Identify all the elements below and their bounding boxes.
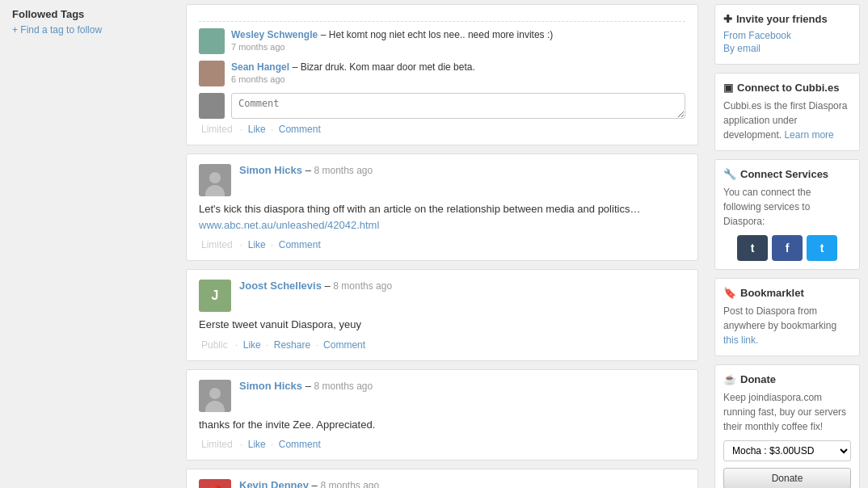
invite-facebook-link[interactable]: From Facebook [723,30,851,41]
facebook-button[interactable]: f [772,235,803,261]
connect-services-text: You can connect the following services t… [723,185,851,229]
comment-input-avatar [199,93,225,119]
post-time: 8 months ago [314,165,373,176]
cubbi-title: ▣ Connect to Cubbi.es [723,82,851,94]
donate-title: ☕ Donate [723,373,851,385]
post-actions: Limited · Like · Comment [199,124,685,135]
post-header: Simon Hicks – 8 months ago [199,164,685,196]
post-avatar: 🎅 [199,479,231,488]
invite-title: ✚ Invite your friends [723,13,851,25]
post-card: Simon Hicks – 8 months ago Let's kick th… [186,154,698,261]
followed-tags-title: Followed Tags [12,8,166,20]
post-time: 8 months ago [333,280,392,292]
bookmark-icon: 🔖 [723,287,736,299]
main-feed: Wesley Schwengle – Het komt nog niet ech… [178,0,706,488]
action-separator: · [266,339,272,351]
cubbi-widget: ▣ Connect to Cubbi.es Cubbi.es is the fi… [714,73,860,151]
avatar-photo: J [199,280,231,312]
like-link[interactable]: Like [248,239,266,250]
post-meta: Joost Schellevis – 8 months ago [239,280,685,292]
comment-input-row [199,93,685,119]
action-separator: · [240,124,246,135]
right-sidebar: ✚ Invite your friends From Facebook By e… [706,0,868,488]
comment-link[interactable]: Comment [323,339,365,351]
post-actions: Public · Like · Reshare · Comment [199,339,685,351]
donate-button[interactable]: Donate [723,468,851,488]
post-author[interactable]: Simon Hicks [239,164,302,176]
comment-author[interactable]: Wesley Schwengle [231,29,318,40]
donate-widget: ☕ Donate Keep joindiaspora.com running f… [714,364,860,488]
invite-email-link[interactable]: By email [723,43,851,54]
post-link[interactable]: www.abc.net.au/unleashed/42042.html [199,219,379,231]
post-text: Eerste tweet vanuit Diaspora, yeuy [199,318,361,330]
comment-item: Wesley Schwengle – Het komt nog niet ech… [199,28,685,54]
santa-icon: 🎅 [204,485,226,488]
post-dash: – [325,280,334,292]
action-separator: · [235,339,241,351]
post-author[interactable]: Simon Hicks [239,380,302,392]
post-body: Eerste tweet vanuit Diaspora, yeuy [199,317,685,333]
silhouette-icon [199,164,231,196]
visibility-label: Limited [201,239,233,250]
post-text: Let's kick this diaspora thing off with … [199,203,640,215]
reshare-link[interactable]: Reshare [274,339,310,351]
post-dash: – [305,164,314,176]
post-body: thanks for the invite Zee. Appreciated. [199,417,685,433]
invite-friends-widget: ✚ Invite your friends From Facebook By e… [714,4,860,65]
donate-text: Keep joindiaspora.com running fast, buy … [723,390,851,434]
cubbi-text: Cubbi.es is the first Diaspora applicati… [723,99,851,142]
connect-services-icons: t f t [723,235,851,261]
donate-select[interactable]: Mocha : $3.00USD Latte : $5.00USD Espres… [723,440,851,461]
post-dash: – [305,380,314,392]
visibility-label: Public [201,339,228,351]
find-tag-link[interactable]: + Find a tag to follow [12,24,102,36]
tumblr-button[interactable]: t [737,235,768,261]
bookmarklet-link[interactable]: this link. [723,334,758,346]
like-link[interactable]: Like [243,339,261,351]
action-separator: · [240,239,246,250]
post-time: 8 months ago [314,381,373,392]
bookmarklet-text: Post to Diaspora from anywhere by bookma… [723,304,851,347]
comment-link[interactable]: Comment [279,439,321,450]
comment-avatar [199,28,225,54]
cube-icon: ▣ [723,82,733,94]
post-header: J Joost Schellevis – 8 months ago [199,280,685,312]
connect-services-title: 🔧 Connect Services [723,168,851,180]
cubbi-learn-more-link[interactable]: Learn more [784,129,833,141]
action-separator: · [240,439,246,450]
visibility-label: Limited [201,124,233,135]
comment-author[interactable]: Sean Hangel [231,61,289,73]
post-time: 8 months ago [320,480,379,488]
post-dash: – [312,479,321,488]
silhouette-icon [199,380,231,412]
post-body: Let's kick this diaspora thing off with … [199,201,685,233]
like-link[interactable]: Like [248,439,266,450]
post-author[interactable]: Kevin Denney [239,479,309,488]
comment-time: 7 months ago [231,42,685,52]
comment-text: – Het komt nog niet echt los nee.. need … [321,29,553,40]
comment-section: Wesley Schwengle – Het komt nog niet ech… [199,21,685,119]
followed-tags-section: Followed Tags + Find a tag to follow [12,8,166,36]
left-sidebar: Followed Tags + Find a tag to follow [0,0,178,488]
like-link[interactable]: Like [248,124,266,135]
post-text: thanks for the invite Zee. Appreciated. [199,419,375,431]
action-separator: · [271,439,276,450]
bookmarklet-title: 🔖 Bookmarklet [723,287,851,299]
post-card: J Joost Schellevis – 8 months ago Eerste… [186,269,698,361]
post-avatar [199,164,231,196]
connect-services-widget: 🔧 Connect Services You can connect the f… [714,159,860,270]
comment-content: Wesley Schwengle – Het komt nog niet ech… [231,28,685,52]
post-header: Simon Hicks – 8 months ago [199,380,685,412]
comment-link[interactable]: Comment [279,124,321,135]
comment-text: – Bizar druk. Kom maar door met die beta… [293,61,475,73]
comment-avatar [199,61,225,86]
comment-link[interactable]: Comment [279,239,321,250]
comment-input[interactable] [231,93,685,119]
action-separator: · [271,124,276,135]
post-card: Wesley Schwengle – Het komt nog niet ech… [186,4,698,145]
post-author[interactable]: Joost Schellevis [239,280,322,292]
post-meta: Simon Hicks – 8 months ago [239,380,685,392]
post-avatar [199,380,231,412]
twitter-button[interactable]: t [807,235,837,261]
action-separator: · [315,339,321,351]
